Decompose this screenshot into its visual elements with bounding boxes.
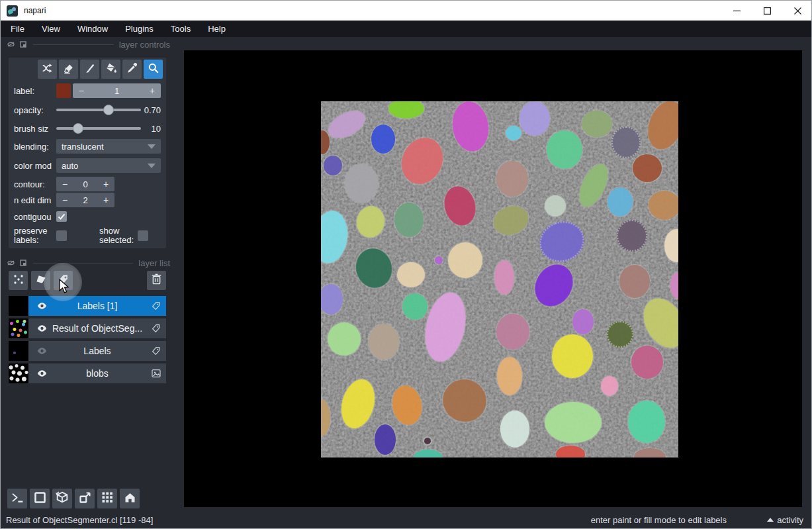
label-blob <box>572 309 594 334</box>
paintbrush-icon <box>83 62 97 77</box>
minimize-button[interactable] <box>721 1 752 21</box>
layer-row-labels-1[interactable]: Labels [1] <box>9 296 166 316</box>
title-bar: napari <box>1 1 812 21</box>
ndisplay-2d-button[interactable] <box>30 489 50 508</box>
brush-size-slider-handle[interactable] <box>73 123 83 134</box>
menu-tools[interactable]: Tools <box>162 21 199 37</box>
contour-decrement-button[interactable]: − <box>56 179 73 189</box>
new-labels-layer-icon <box>57 273 70 289</box>
contour-row-label: contour: <box>14 179 56 189</box>
contour-spinbox[interactable]: − 0 + <box>56 177 114 191</box>
label-blob <box>369 324 399 360</box>
delete-layer-button[interactable] <box>147 271 166 290</box>
menu-file[interactable]: File <box>2 21 33 37</box>
zoom-pan-icon <box>147 62 160 77</box>
selected-label-color-swatch[interactable] <box>56 83 71 98</box>
label-decrement-button[interactable]: − <box>73 85 90 96</box>
layer-thumbnail <box>9 296 28 316</box>
opacity-row-label: opacity: <box>14 105 56 115</box>
roll-dimensions-button[interactable] <box>52 489 72 508</box>
hide-dock-icon[interactable] <box>7 260 15 265</box>
viewer-canvas[interactable] <box>184 50 802 507</box>
layer-visibility-eye-icon[interactable] <box>36 346 48 359</box>
status-coordinates: Result of ObjectSegmenter.cl [119 -84] <box>6 515 153 525</box>
layer-controls-title: layer controls <box>119 40 170 50</box>
float-dock-icon[interactable] <box>20 260 26 266</box>
layer-visibility-eye-icon[interactable] <box>36 301 48 314</box>
image-icon <box>151 368 161 381</box>
label-increment-button[interactable]: + <box>144 85 161 96</box>
opacity-slider-handle[interactable] <box>103 105 114 115</box>
label-blob <box>607 321 633 348</box>
menu-plugins[interactable]: Plugins <box>116 21 162 37</box>
show-selected-row-label: show selected: <box>99 226 138 245</box>
contiguous-checkbox[interactable] <box>56 211 67 222</box>
grid-view-button[interactable] <box>97 489 117 508</box>
label-blob <box>608 187 633 216</box>
layer-name: Labels <box>83 346 111 356</box>
label-blob <box>631 346 663 379</box>
menu-bar: FileViewWindowPluginsToolsHelp <box>1 21 812 37</box>
hide-dock-icon[interactable] <box>7 42 15 47</box>
new-labels-layer-button[interactable] <box>54 271 73 290</box>
shuffle-colors-button[interactable] <box>38 60 57 79</box>
maximize-button[interactable] <box>752 1 782 21</box>
dock-divider <box>33 263 133 264</box>
preserve-labels-checkbox[interactable] <box>56 230 67 241</box>
menu-view[interactable]: View <box>33 21 69 37</box>
label-blob <box>506 126 521 140</box>
color-picker-button[interactable] <box>122 60 142 79</box>
layer-row-blobs[interactable]: blobs <box>9 363 166 383</box>
float-dock-icon[interactable] <box>20 41 26 48</box>
label-blob <box>328 322 361 356</box>
activity-toggle[interactable]: activity <box>767 515 803 525</box>
n-edit-dim-increment-button[interactable]: + <box>97 195 114 205</box>
layer-name: blobs <box>86 368 108 379</box>
new-points-layer-icon <box>12 273 25 289</box>
fill-bucket-button[interactable] <box>101 60 120 79</box>
layer-row-result-of-objectseg[interactable]: Result of ObjectSeg... <box>9 318 166 338</box>
transpose-button[interactable] <box>75 489 95 508</box>
label-blob <box>496 314 529 350</box>
transpose-icon <box>78 491 92 507</box>
label-spinbox[interactable]: − 1 + <box>73 83 161 98</box>
contour-increment-button[interactable]: + <box>97 179 114 189</box>
caret-up-icon <box>767 518 774 522</box>
n-edit-dim-value[interactable]: 2 <box>73 195 97 205</box>
chevron-down-icon <box>148 144 156 149</box>
blending-dropdown[interactable]: translucent <box>56 139 161 154</box>
zoom-pan-button[interactable] <box>144 60 163 79</box>
brush-size-value: 10 <box>141 124 161 134</box>
blending-row-label: blending: <box>14 142 56 152</box>
n-edit-dim-spinbox[interactable]: − 2 + <box>56 193 114 207</box>
new-points-layer-button[interactable] <box>9 271 28 290</box>
home-reset-view-icon <box>123 491 137 507</box>
label-blob <box>345 164 378 203</box>
color-mode-dropdown[interactable]: auto <box>56 158 161 173</box>
ndisplay-2d-icon <box>33 491 47 507</box>
layer-list-header: layer list <box>7 258 173 268</box>
label-blob <box>582 111 612 137</box>
new-shapes-layer-button[interactable] <box>31 271 50 290</box>
menu-window[interactable]: Window <box>69 21 116 37</box>
layer-visibility-eye-icon[interactable] <box>36 368 48 381</box>
label-value[interactable]: 1 <box>90 86 144 96</box>
console-button[interactable] <box>7 489 27 508</box>
window-title: napari <box>24 6 46 15</box>
brush-size-slider[interactable] <box>56 123 141 134</box>
menu-help[interactable]: Help <box>199 21 234 37</box>
close-button[interactable] <box>782 1 812 21</box>
eraser-button[interactable] <box>59 60 78 79</box>
new-shapes-layer-icon <box>34 273 48 289</box>
label-blob <box>448 242 482 278</box>
layer-visibility-eye-icon[interactable] <box>36 323 48 336</box>
contour-value[interactable]: 0 <box>73 179 97 189</box>
layer-row-labels[interactable]: Labels <box>9 341 166 361</box>
show-selected-checkbox[interactable] <box>138 230 148 241</box>
home-reset-view-button[interactable] <box>120 489 140 508</box>
label-blob <box>324 156 342 175</box>
opacity-slider[interactable] <box>56 105 141 115</box>
layer-thumbnail <box>9 318 28 338</box>
paintbrush-button[interactable] <box>80 60 99 79</box>
n-edit-dim-decrement-button[interactable]: − <box>56 195 73 205</box>
